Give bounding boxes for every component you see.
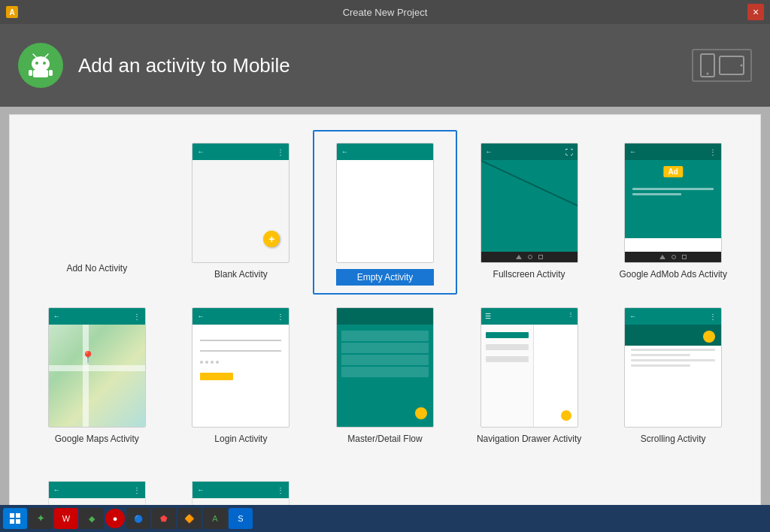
taskbar-icon-6: ⬟ <box>160 514 168 524</box>
fullscreen-expand-icon: ⛶ <box>565 148 573 156</box>
empty-thumb-bar: ← <box>337 144 433 160</box>
scroll-line-3 <box>631 359 715 361</box>
activity-item-fullscreen-activity[interactable]: ← ⛶ Fullscreen Activity <box>457 130 602 295</box>
header-left: Add an activity to Mobile <box>18 43 290 88</box>
taskbar-item-5[interactable]: 🔵 <box>126 508 150 529</box>
nd-menu-icon: ☰ <box>481 313 491 320</box>
activity-item-admob-activity[interactable]: ← ⋮ Ad Google AdMob Ads Activity <box>601 130 745 295</box>
admob-bottom-bar <box>625 252 721 262</box>
admob-top-bar: ← ⋮ <box>625 144 721 160</box>
taskbar-icon-9: S <box>238 514 243 523</box>
taskbar-item-8[interactable]: A <box>203 508 227 529</box>
recents-button <box>538 255 543 259</box>
taskbar-start[interactable] <box>3 508 27 529</box>
taskbar-item-1[interactable]: ✦ <box>29 508 53 529</box>
svg-point-11 <box>741 65 743 67</box>
md-item-2 <box>341 343 429 353</box>
close-button[interactable]: × <box>747 4 764 20</box>
taskbar-item-2[interactable]: W <box>54 508 78 529</box>
admob-line-2 <box>632 193 681 195</box>
maps-marker: 📍 <box>80 350 95 364</box>
maps-road-vertical <box>83 325 89 427</box>
svg-line-4 <box>45 54 48 57</box>
start-icon <box>9 512 21 524</box>
svg-point-1 <box>35 62 38 65</box>
maps-top-bar: ← ⋮ <box>49 308 145 325</box>
svg-rect-10 <box>720 56 744 74</box>
activity-label-maps-activity: Google Maps Activity <box>55 434 139 444</box>
login-password-dots <box>200 361 281 364</box>
admob-ad-badge: Ad <box>664 166 683 177</box>
activity-label-fullscreen-activity: Fullscreen Activity <box>493 269 565 280</box>
maps-activity-thumbnail: ← ⋮ 📍 <box>48 307 146 428</box>
admob-lines <box>632 185 714 198</box>
activity-item-blank-activity[interactable]: ← ⋮ + Blank Activity <box>169 130 314 295</box>
svg-point-9 <box>707 73 709 75</box>
taskbar-item-4[interactable]: ● <box>105 509 125 528</box>
app-icon: A <box>6 6 18 18</box>
svg-rect-15 <box>16 519 20 524</box>
nd-item-active <box>486 332 529 338</box>
taskbar-item-6[interactable]: ⬟ <box>152 508 176 529</box>
fullscreen-back-arrow: ← <box>486 148 493 156</box>
admob-menu-dots: ⋮ <box>709 148 717 156</box>
activity-selection-area: Add No Activity ← ⋮ + Blank Activity ← <box>9 114 761 512</box>
nd-item-2 <box>486 344 529 350</box>
activity-item-maps-activity[interactable]: ← ⋮ 📍 Google Maps Activity <box>25 295 169 453</box>
activity-item-scrolling[interactable]: ← ⋮ Scrolling Activity <box>601 295 745 453</box>
activity-item-empty-activity[interactable]: ← Empty Activity <box>313 130 457 295</box>
scrolling-menu-dots: ⋮ <box>709 313 717 321</box>
activity-item-master-detail[interactable]: Master/Detail Flow <box>313 295 457 453</box>
fullscreen-bottom-bar <box>481 252 578 262</box>
login-field-2 <box>200 350 281 352</box>
taskbar-item-7[interactable]: 🔶 <box>177 508 202 529</box>
svg-point-2 <box>43 62 46 65</box>
phone-icon <box>699 53 716 77</box>
scroll-line-1 <box>631 349 715 351</box>
admob-home <box>671 255 676 259</box>
wizard-title: Add an activity to Mobile <box>78 54 290 77</box>
home-button <box>528 255 532 259</box>
activity-item-nav-drawer[interactable]: ☰ ⋮ Navigation Drawer Activity <box>457 295 602 453</box>
nd-header: ☰ ⋮ <box>481 308 578 325</box>
login-back-arrow: ← <box>197 313 204 320</box>
row3-dots-1: ⋮ <box>133 486 141 494</box>
activity-item-login-activity[interactable]: ← ⋮ Login Activity <box>169 295 314 453</box>
admob-banner <box>625 238 721 252</box>
tablet-icon <box>719 56 744 75</box>
scroll-line-2 <box>631 354 690 356</box>
scroll-line-4 <box>631 364 690 367</box>
nd-fab <box>561 410 571 421</box>
activity-label-master-detail: Master/Detail Flow <box>347 434 422 444</box>
activity-item-add-no-activity[interactable]: Add No Activity <box>25 130 169 295</box>
md-item-4 <box>341 367 429 377</box>
activity-label-admob-activity: Google AdMob Ads Activity <box>619 269 726 280</box>
taskbar-icon-7: 🔶 <box>184 514 195 524</box>
nd-drawer <box>481 325 534 427</box>
md-item-1 <box>341 331 429 341</box>
login-menu-dots: ⋮ <box>277 313 284 321</box>
svg-rect-12 <box>10 513 14 518</box>
scrolling-content <box>631 346 715 421</box>
android-robot-svg <box>26 50 56 80</box>
login-fields <box>200 331 281 380</box>
taskbar-icon-1: ✦ <box>37 513 44 524</box>
row3-bar-1: ← ⋮ <box>49 482 145 498</box>
activity-label-empty-activity: Empty Activity <box>336 269 434 286</box>
title-bar: A Create New Project × <box>0 0 770 24</box>
taskbar-icon-4: ● <box>113 514 118 523</box>
scrolling-top-bar: ← ⋮ <box>625 308 721 325</box>
nav-drawer-thumbnail: ☰ ⋮ <box>480 307 578 428</box>
wizard-header: Add an activity to Mobile <box>0 24 770 107</box>
login-top-bar: ← ⋮ <box>192 308 289 325</box>
admob-recents <box>682 255 687 259</box>
nd-item-3 <box>486 356 529 362</box>
taskbar-item-9[interactable]: S <box>229 508 253 529</box>
taskbar-item-3[interactable]: ◆ <box>80 508 104 529</box>
activity-label-scrolling: Scrolling Activity <box>641 434 706 444</box>
scrolling-activity-thumbnail: ← ⋮ <box>624 307 722 428</box>
android-logo <box>18 43 63 88</box>
svg-rect-5 <box>33 70 48 77</box>
taskbar-icon-8: A <box>212 514 217 523</box>
svg-point-0 <box>32 56 50 71</box>
